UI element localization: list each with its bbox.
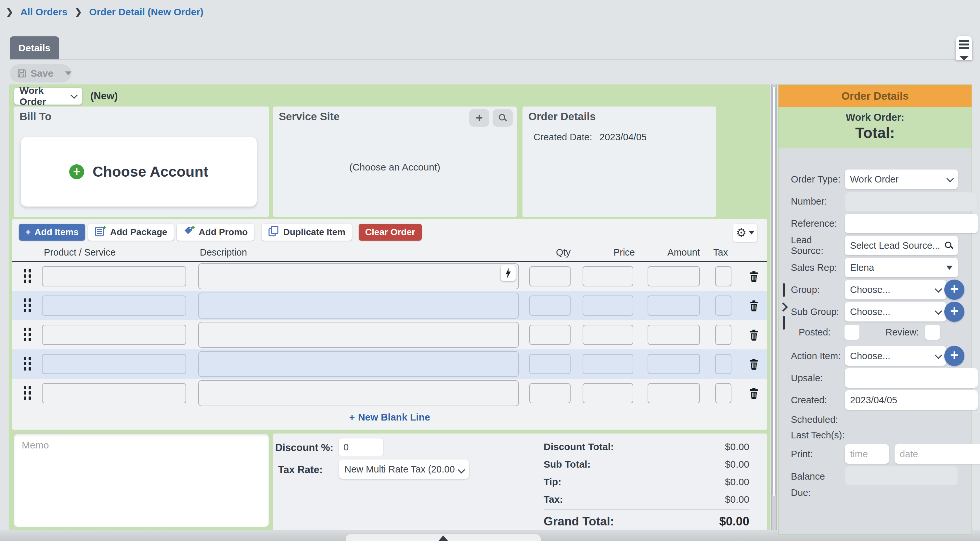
- sidebar-order-type-value: Work Order: [850, 174, 948, 185]
- sidebar-resize-handle[interactable]: [780, 283, 788, 330]
- expand-panel-handle[interactable]: [345, 533, 541, 541]
- sidebar-row-sub-group: Sub Group: Choose... +: [791, 302, 958, 322]
- tax-rate-label: Tax Rate:: [273, 464, 323, 476]
- sidebar-row-scheduled: Scheduled:: [791, 413, 958, 426]
- sub-group-select[interactable]: Choose...: [845, 302, 946, 322]
- duplicate-item-button[interactable]: Duplicate Item: [262, 224, 352, 241]
- choose-account-label: Choose Account: [92, 163, 208, 180]
- lead-source-picker[interactable]: Select Lead Source...: [845, 236, 958, 255]
- vertical-scrollbar-thumb[interactable]: [772, 86, 776, 496]
- choose-account-button[interactable]: + Choose Account: [21, 137, 257, 206]
- chevron-right-icon: [778, 302, 788, 312]
- print-date-input[interactable]: [894, 444, 980, 464]
- tax-input[interactable]: [715, 383, 732, 403]
- breadcrumb-all-orders[interactable]: All Orders: [21, 6, 68, 17]
- package-list-icon: [95, 225, 106, 240]
- review-checkbox[interactable]: [925, 325, 940, 340]
- description-input[interactable]: [198, 263, 519, 289]
- sidebar-total-label: Total:: [778, 124, 972, 141]
- save-button[interactable]: Save: [10, 64, 72, 82]
- drag-handle-icon[interactable]: [24, 269, 31, 283]
- tax-input[interactable]: [715, 295, 732, 316]
- description-input[interactable]: [198, 293, 519, 319]
- drag-handle-icon[interactable]: [24, 357, 31, 371]
- group-select[interactable]: Choose...: [845, 280, 946, 300]
- order-type-select[interactable]: Work Order: [14, 88, 82, 105]
- column-header-tax: Tax: [713, 247, 728, 258]
- amount-input[interactable]: [648, 266, 700, 286]
- qty-input[interactable]: [529, 383, 571, 403]
- tip-label: Tip:: [544, 476, 561, 487]
- delete-row-button[interactable]: [747, 328, 760, 342]
- breadcrumb-order-detail[interactable]: Order Detail (New Order): [89, 6, 204, 17]
- amount-input[interactable]: [648, 295, 700, 316]
- tax-input[interactable]: [715, 266, 732, 286]
- quick-fill-button[interactable]: [501, 265, 515, 281]
- description-input[interactable]: [198, 322, 519, 348]
- number-input: [845, 192, 978, 211]
- add-sub-group-button[interactable]: +: [944, 301, 964, 322]
- product-input[interactable]: [42, 266, 186, 286]
- price-input[interactable]: [582, 266, 633, 286]
- vertical-scrollbar[interactable]: [772, 84, 776, 530]
- collapse-menu-button[interactable]: [956, 36, 972, 60]
- qty-input[interactable]: [529, 354, 571, 374]
- add-items-label: Add Items: [35, 227, 78, 237]
- price-input[interactable]: [582, 325, 633, 345]
- save-dropdown-caret-icon[interactable]: [65, 71, 72, 75]
- copy-icon: [268, 225, 279, 240]
- memo-input[interactable]: [14, 434, 269, 527]
- price-input[interactable]: [582, 354, 633, 374]
- drag-handle-icon[interactable]: [24, 298, 31, 312]
- product-input[interactable]: [42, 383, 186, 403]
- order-summary: Discount %: Tax Rate: New Multi Rate Tax…: [273, 433, 767, 530]
- delete-row-button[interactable]: [747, 299, 760, 313]
- tax-rate-select[interactable]: New Multi Rate Tax (20.000%): [339, 460, 469, 479]
- sidebar-order-type-select[interactable]: Work Order: [845, 170, 958, 189]
- sidebar-row-upsale: Upsale:: [791, 368, 958, 388]
- created-input[interactable]: [845, 390, 978, 410]
- qty-input[interactable]: [529, 266, 571, 286]
- description-input[interactable]: [198, 351, 519, 377]
- amount-input[interactable]: [648, 354, 700, 374]
- action-item-select[interactable]: Choose...: [845, 346, 946, 366]
- drag-handle-icon[interactable]: [24, 386, 31, 400]
- add-action-item-button[interactable]: +: [944, 346, 964, 366]
- reference-input[interactable]: [845, 214, 978, 233]
- trash-icon: [749, 329, 758, 341]
- tax-input[interactable]: [715, 354, 732, 374]
- qty-input[interactable]: [529, 325, 571, 345]
- discount-input[interactable]: [339, 438, 383, 456]
- upsale-input[interactable]: [845, 368, 978, 388]
- tab-details[interactable]: Details: [10, 36, 59, 59]
- memo-card: [14, 433, 269, 527]
- clear-order-button[interactable]: Clear Order: [359, 224, 422, 241]
- delete-row-button[interactable]: [747, 386, 760, 401]
- price-input[interactable]: [582, 383, 633, 403]
- search-service-site-button[interactable]: [493, 109, 513, 127]
- sales-rep-select[interactable]: Elena: [845, 258, 958, 277]
- price-input[interactable]: [582, 295, 633, 316]
- product-input[interactable]: [42, 354, 186, 374]
- tax-input[interactable]: [715, 325, 732, 345]
- triangle-up-icon: [438, 535, 448, 541]
- description-input[interactable]: [198, 380, 519, 406]
- add-promo-button[interactable]: Add Promo: [177, 224, 255, 241]
- product-input[interactable]: [42, 295, 186, 316]
- add-items-button[interactable]: + Add Items: [19, 224, 85, 241]
- amount-input[interactable]: [648, 325, 700, 345]
- delete-row-button[interactable]: [747, 357, 760, 371]
- last-techs-label: Last Tech(s):: [791, 430, 845, 441]
- qty-input[interactable]: [529, 295, 571, 316]
- add-group-button[interactable]: +: [944, 279, 964, 300]
- new-blank-line-button[interactable]: +New Blank Line: [12, 412, 767, 423]
- print-time-input[interactable]: [845, 444, 889, 464]
- drag-handle-icon[interactable]: [24, 328, 31, 341]
- add-service-site-button[interactable]: +: [469, 109, 489, 127]
- table-settings-button[interactable]: ⚙: [733, 224, 757, 242]
- add-package-button[interactable]: Add Package: [88, 224, 174, 241]
- delete-row-button[interactable]: [747, 270, 760, 284]
- amount-input[interactable]: [648, 383, 700, 403]
- product-input[interactable]: [42, 325, 186, 345]
- posted-checkbox[interactable]: [845, 325, 859, 340]
